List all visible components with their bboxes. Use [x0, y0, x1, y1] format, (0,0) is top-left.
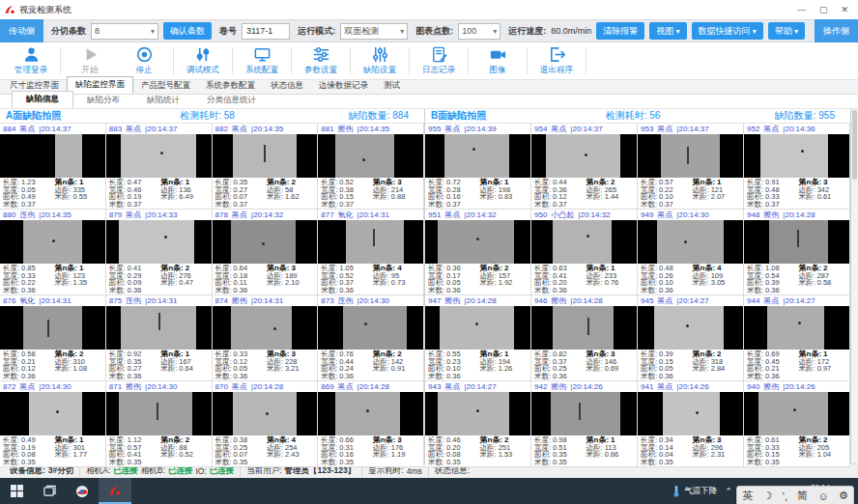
- slit-count-select[interactable]: 8: [91, 23, 158, 40]
- defect-cell[interactable]: 873压伤|20:14:30长度:0.76宽度:0.44面积:0.24米数:0.…: [318, 295, 424, 381]
- defect-cell[interactable]: 952黑点|20:14:36长度:0.91宽度:0.48面积:0.33米数:0.…: [744, 124, 850, 210]
- vertical-scrollbar[interactable]: [851, 109, 858, 463]
- info-label: 米数:: [321, 459, 337, 466]
- defect-cell[interactable]: 942擦伤|20:14:26长度:0.98宽度:0.51面积:0.35米数:0.…: [531, 381, 638, 467]
- browser-app-icon: [75, 485, 89, 498]
- subtab-3[interactable]: 缺陷统计: [133, 93, 193, 108]
- defect-image: [213, 220, 318, 264]
- exit-program-button[interactable]: 退出程序: [529, 45, 584, 76]
- drive-side-button[interactable]: 传动侧: [0, 19, 43, 42]
- info-col-right: 第n条:1边距:301米距:1.77: [54, 436, 101, 465]
- tab-2[interactable]: 缺陷监控界面: [67, 76, 133, 94]
- defect-id: 881: [321, 125, 333, 133]
- info-line: 米距:0.66: [586, 451, 634, 459]
- debug-mode-button[interactable]: 调试模式: [176, 45, 230, 76]
- subtab-4[interactable]: 分类信息统计: [193, 93, 270, 108]
- clear-alarm-button[interactable]: 清除报警: [596, 22, 644, 40]
- defect-cell[interactable]: 877氧化|20:14:31长度:1.05宽度:0.52面积:0.37米数:0.…: [318, 210, 424, 295]
- defect-cell[interactable]: 878黑点|20:14:32长度:0.64宽度:0.18面积:0.11米数:0.…: [213, 210, 319, 295]
- defect-cell[interactable]: 869黑点|20:14:28长度:0.66宽度:0.31面积:0.16米数:0.…: [318, 381, 424, 467]
- info-col-left: 长度:0.44宽度:0.36面积:0.12米数:0.37: [534, 179, 586, 208]
- image-button[interactable]: 图像: [471, 45, 525, 76]
- defect-cell[interactable]: 940擦伤|20:14:26长度:0.61宽度:0.33面积:0.15米数:0.…: [744, 381, 850, 467]
- info-line: 米距:1.04: [799, 451, 846, 459]
- data-quick-access-button[interactable]: 数据快捷访问: [692, 22, 763, 40]
- info-col-right: 第n条:3边距:342米距:0.61: [799, 179, 846, 208]
- tab-3[interactable]: 产品型号配置: [133, 78, 198, 94]
- defect-cell[interactable]: 947擦伤|20:14:28长度:0.55宽度:0.23面积:0.10米数:0.…: [425, 295, 531, 381]
- chart-points-select[interactable]: 100: [458, 23, 500, 40]
- info-col-left: 长度:0.36宽度:0.17面积:0.05米数:0.36: [428, 265, 480, 294]
- weather-widget[interactable]: 气温下降: [672, 485, 717, 497]
- defect-cell[interactable]: 870黑点|20:14:28长度:0.38宽度:0.25面积:0.07米数:0.…: [213, 381, 319, 467]
- defect-cell[interactable]: 884黑点|20:14:37长度:1.23宽度:0.05面积:0.49米数:0.…: [0, 124, 106, 210]
- defect-cell[interactable]: 872黑点|20:14:30长度:0.49宽度:0.19面积:0.08米数:0.…: [0, 381, 106, 467]
- tab-7[interactable]: 测试: [376, 78, 408, 94]
- defect-cell[interactable]: 950小凸起|20:14:32长度:0.63宽度:0.41面积:0.20米数:0…: [531, 210, 638, 295]
- system-config-button[interactable]: 系统配置: [235, 45, 289, 76]
- ime-settings-gear-icon[interactable]: ⚙: [839, 490, 848, 502]
- defect-cell[interactable]: 875压伤|20:14:31长度:0.92宽度:0.35面积:0.27米数:0.…: [106, 295, 213, 381]
- defect-cell[interactable]: 874擦伤|20:14:31长度:0.33宽度:0.12面积:0.05米数:0.…: [213, 295, 319, 381]
- defect-cell[interactable]: 882黑点|20:14:35长度:0.35宽度:0.27面积:0.07米数:0.…: [213, 124, 319, 210]
- ime-simplified-toggle[interactable]: 简: [797, 489, 808, 503]
- defect-cell[interactable]: 943黑点|20:14:27长度:0.46宽度:0.20面积:0.08米数:0.…: [425, 381, 531, 467]
- stop-button[interactable]: 停止: [117, 45, 171, 76]
- log-record-button[interactable]: 日志记录: [412, 45, 466, 76]
- minimize-button[interactable]: —: [797, 5, 806, 14]
- admin-login-button[interactable]: 管理登录: [4, 45, 58, 76]
- defect-cell[interactable]: 876氧化|20:14:31长度:0.58宽度:0.21面积:0.12米数:0.…: [0, 295, 106, 381]
- start-button-windows[interactable]: [0, 478, 33, 504]
- parameter-settings-button[interactable]: 参数设置: [294, 45, 348, 76]
- operator-side-button[interactable]: 操作侧: [815, 19, 858, 42]
- subtab-2[interactable]: 缺陷分布: [73, 93, 133, 108]
- taskbar-app-browser[interactable]: [66, 478, 99, 504]
- confirm-count-button[interactable]: 确认条数: [163, 22, 212, 40]
- maximize-button[interactable]: ▢: [819, 5, 828, 14]
- defect-cell[interactable]: 953黑点|20:14:37长度:0.57宽度:0.22面积:0.10米数:0.…: [638, 124, 744, 210]
- ime-english-toggle[interactable]: 英: [742, 489, 753, 503]
- defect-cell[interactable]: 948擦伤|20:14:28长度:1.08宽度:0.54面积:0.39米数:0.…: [744, 210, 850, 295]
- tab-6[interactable]: 边缘数据记录: [311, 78, 376, 94]
- ime-punctuation-toggle[interactable]: ’,: [783, 490, 788, 502]
- defect-cell[interactable]: 879黑点|20:14:33长度:0.41宽度:0.29面积:0.09米数:0.…: [106, 210, 213, 295]
- cell-info: 长度:0.39宽度:0.15面积:0.05米数:0.36第n条:2边距:318米…: [638, 350, 743, 380]
- info-label: 米数:: [534, 373, 551, 380]
- defect-cell[interactable]: 954黑点|20:14:37长度:0.44宽度:0.36面积:0.12米数:0.…: [531, 124, 638, 210]
- defect-time: |20:14:30: [39, 382, 71, 391]
- help-menu-button[interactable]: 帮助: [768, 22, 805, 40]
- defect-cell[interactable]: 871擦伤|20:14:30长度:1.12宽度:0.57面积:0.41米数:0.…: [106, 381, 213, 467]
- defect-cell[interactable]: 955黑点|20:14:39长度:0.72宽度:0.28面积:0.16米数:0.…: [425, 124, 531, 210]
- defect-cell[interactable]: 949黑点|20:14:30长度:0.48宽度:0.26面积:0.10米数:0.…: [638, 210, 744, 295]
- info-value: 0.37: [339, 201, 354, 209]
- roll-number-input[interactable]: 3117-1: [242, 23, 290, 40]
- ime-fullwidth-icon[interactable]: ☽: [762, 490, 772, 502]
- defect-cell[interactable]: 883黑点|20:14:37长度:0.47宽度:0.46面积:0.19米数:0.…: [106, 124, 213, 210]
- ime-emoji-icon[interactable]: ☺: [818, 490, 829, 502]
- scrollbar-thumb[interactable]: [852, 110, 857, 180]
- defect-settings-button[interactable]: 缺陷设置: [353, 45, 407, 76]
- defect-image: [106, 134, 212, 178]
- taskbar-app-inspection-active[interactable]: [99, 478, 131, 504]
- defect-cell[interactable]: 944黑点|20:14:27长度:0.69宽度:0.45面积:0.21米数:0.…: [744, 295, 850, 381]
- defect-cell[interactable]: 946擦伤|20:14:28长度:0.82宽度:0.37面积:0.25米数:0.…: [531, 295, 638, 381]
- defect-cell[interactable]: 881擦伤|20:14:35长度:0.52宽度:0.38面积:0.15米数:0.…: [318, 124, 424, 210]
- task-view-button[interactable]: [33, 478, 66, 504]
- defect-time: |20:14:28: [570, 296, 602, 305]
- defect-id: 947: [428, 296, 441, 305]
- defect-cell[interactable]: 945黑点|20:14:27长度:0.39宽度:0.15面积:0.05米数:0.…: [638, 295, 744, 381]
- defect-cell[interactable]: 941黑点|20:14:26长度:0.34宽度:0.14面积:0.04米数:0.…: [638, 381, 744, 467]
- start-button[interactable]: 开始: [63, 45, 117, 76]
- defect-cell[interactable]: 880压伤|20:14:35长度:0.85宽度:0.33面积:0.22米数:0.…: [0, 210, 106, 295]
- subtab-1[interactable]: 缺陷信息: [12, 91, 73, 108]
- close-button[interactable]: ✕: [841, 5, 848, 14]
- strip-region: [55, 134, 82, 178]
- view-menu-button[interactable]: 视图: [649, 22, 686, 40]
- defect-time: |20:14:37: [145, 125, 177, 133]
- cell-header: 945黑点|20:14:27: [638, 295, 743, 306]
- tab-4[interactable]: 系统参数配置: [198, 78, 263, 94]
- hidden-icons-chevron-icon[interactable]: ⌃: [725, 487, 732, 496]
- run-mode-select[interactable]: 双面检测: [340, 23, 408, 40]
- defect-cell[interactable]: 951黑点|20:14:32长度:0.36宽度:0.17面积:0.05米数:0.…: [425, 210, 531, 295]
- tab-5[interactable]: 状态信息: [263, 78, 311, 94]
